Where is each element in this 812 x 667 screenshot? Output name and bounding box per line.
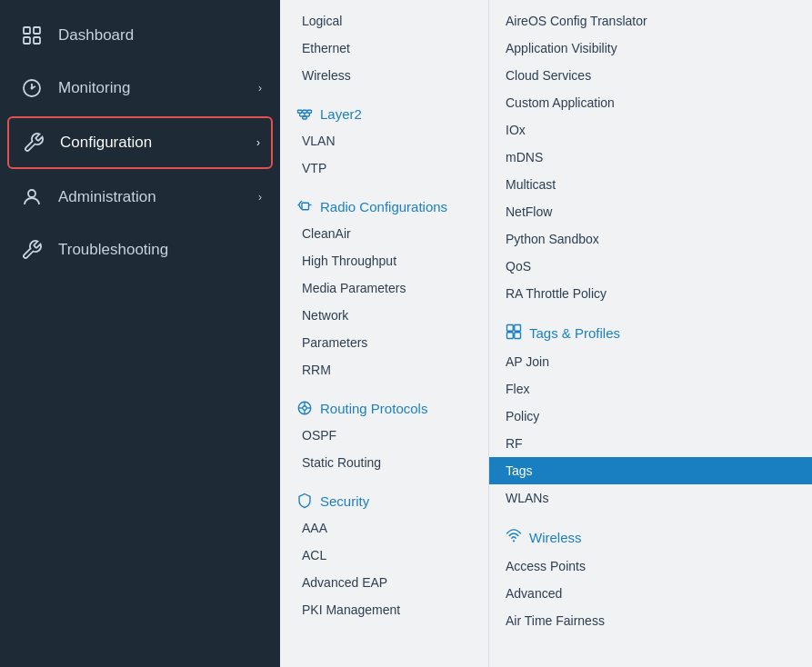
menu-item-python-sandbox[interactable]: Python Sandbox: [489, 225, 812, 253]
section-wireless: Wireless: [489, 519, 812, 553]
menu-item-ospf[interactable]: OSPF: [280, 422, 488, 449]
section-header-label: Radio Configurations: [320, 199, 447, 214]
svg-point-27: [513, 540, 515, 542]
chevron-right-icon: ›: [258, 191, 262, 204]
monitoring-icon: [18, 75, 45, 102]
configuration-icon: [20, 129, 47, 156]
layer2-icon: [296, 105, 313, 122]
svg-point-18: [303, 406, 307, 411]
menu-item-media-parameters[interactable]: Media Parameters: [280, 274, 488, 302]
security-icon: [296, 493, 313, 509]
tags-profiles-icon: [506, 324, 522, 343]
menu-item-rrm[interactable]: RRM: [280, 356, 488, 383]
menu-item-ethernet[interactable]: Ethernet: [280, 35, 488, 62]
sidebar-item-label: Dashboard: [58, 26, 262, 45]
menu-item-cloud-services[interactable]: Cloud Services: [489, 62, 812, 89]
chevron-right-icon: ›: [256, 136, 260, 149]
menu-item-flex[interactable]: Flex: [489, 375, 812, 403]
menu-item-high-throughput[interactable]: High Throughput: [280, 247, 488, 274]
radio-icon: [296, 198, 313, 214]
svg-rect-15: [302, 203, 309, 210]
menu-item-access-points[interactable]: Access Points: [489, 553, 812, 580]
menu-item-iox[interactable]: IOx: [489, 116, 812, 144]
sidebar-item-dashboard[interactable]: Dashboard: [0, 9, 280, 62]
menu-item-mdns[interactable]: mDNS: [489, 144, 812, 171]
routing-icon: [296, 400, 313, 416]
section-header-label: Routing Protocols: [320, 401, 427, 416]
svg-rect-7: [298, 110, 303, 113]
menu-item-ra-throttle-policy[interactable]: RA Throttle Policy: [489, 280, 812, 307]
menu-item-ap-join[interactable]: AP Join: [489, 348, 812, 375]
menu-item-pki-management[interactable]: PKI Management: [280, 596, 488, 623]
menu-item-aaa[interactable]: AAA: [280, 514, 488, 542]
menu-item-acl[interactable]: ACL: [280, 542, 488, 569]
sidebar-item-label: Troubleshooting: [58, 241, 262, 259]
sidebar-item-label: Monitoring: [58, 79, 258, 97]
right-column: AireOS Config Translator Application Vis…: [489, 0, 812, 667]
menu-item-policy[interactable]: Policy: [489, 403, 812, 430]
sidebar-item-administration[interactable]: Administration ›: [0, 171, 280, 224]
sidebar: Dashboard Monitoring › Configuration › A…: [0, 0, 280, 667]
wireless-icon: [506, 528, 522, 547]
menu-item-application-visibility[interactable]: Application Visibility: [489, 35, 812, 62]
svg-rect-25: [507, 333, 514, 339]
menu-item-advanced-eap[interactable]: Advanced EAP: [280, 569, 488, 596]
section-tags-profiles: Tags & Profiles: [489, 314, 812, 348]
svg-rect-14: [303, 116, 307, 119]
menu-item-aireos-config-translator[interactable]: AireOS Config Translator: [489, 7, 812, 35]
section-layer2: Layer2: [280, 96, 488, 127]
menu-item-rf[interactable]: RF: [489, 430, 812, 457]
svg-rect-26: [515, 333, 521, 339]
section-radio-configurations: Radio Configurations: [280, 189, 488, 220]
menu-item-netflow[interactable]: NetFlow: [489, 198, 812, 225]
administration-icon: [18, 184, 45, 211]
menu-item-network[interactable]: Network: [280, 302, 488, 329]
section-header-label: Layer2: [320, 106, 362, 122]
section-header-label: Tags & Profiles: [529, 325, 620, 341]
menu-item-multicast[interactable]: Multicast: [489, 171, 812, 198]
main-content: Logical Ethernet Wireless Layer2 VLAN VT…: [280, 0, 812, 667]
svg-point-6: [28, 190, 35, 197]
section-header-label: Wireless: [529, 530, 582, 545]
dashboard-icon: [18, 22, 45, 49]
sidebar-item-label: Configuration: [60, 134, 256, 152]
svg-point-5: [31, 87, 34, 90]
menu-item-advanced[interactable]: Advanced: [489, 580, 812, 607]
svg-rect-23: [507, 325, 514, 332]
menu-item-wlans[interactable]: WLANs: [489, 484, 812, 512]
svg-rect-2: [24, 37, 30, 44]
menu-item-tags[interactable]: Tags: [489, 457, 812, 484]
menu-item-vlan[interactable]: VLAN: [280, 127, 488, 154]
menu-item-static-routing[interactable]: Static Routing: [280, 449, 488, 476]
sidebar-item-label: Administration: [58, 188, 258, 206]
sidebar-item-monitoring[interactable]: Monitoring ›: [0, 62, 280, 114]
menu-item-vtp[interactable]: VTP: [280, 154, 488, 182]
menu-item-parameters[interactable]: Parameters: [280, 329, 488, 356]
menu-item-cleanair[interactable]: CleanAir: [280, 220, 488, 247]
section-security: Security: [280, 483, 488, 514]
sidebar-item-troubleshooting[interactable]: Troubleshooting: [0, 224, 280, 276]
sidebar-item-configuration[interactable]: Configuration ›: [7, 116, 273, 169]
svg-rect-9: [307, 110, 312, 113]
chevron-right-icon: ›: [258, 82, 262, 95]
svg-rect-3: [34, 37, 40, 44]
svg-rect-0: [24, 27, 30, 34]
middle-column: Logical Ethernet Wireless Layer2 VLAN VT…: [280, 0, 489, 667]
section-routing-protocols: Routing Protocols: [280, 391, 488, 422]
menu-item-qos[interactable]: QoS: [489, 253, 812, 280]
troubleshooting-icon: [18, 236, 45, 264]
menu-item-air-time-fairness[interactable]: Air Time Fairness: [489, 607, 812, 634]
menu-item-logical[interactable]: Logical: [280, 7, 488, 35]
menu-item-wireless[interactable]: Wireless: [280, 62, 488, 89]
menu-item-custom-application[interactable]: Custom Application: [489, 89, 812, 116]
svg-rect-24: [515, 325, 521, 332]
section-header-label: Security: [320, 493, 369, 509]
svg-rect-1: [34, 27, 40, 34]
svg-rect-8: [303, 110, 307, 113]
